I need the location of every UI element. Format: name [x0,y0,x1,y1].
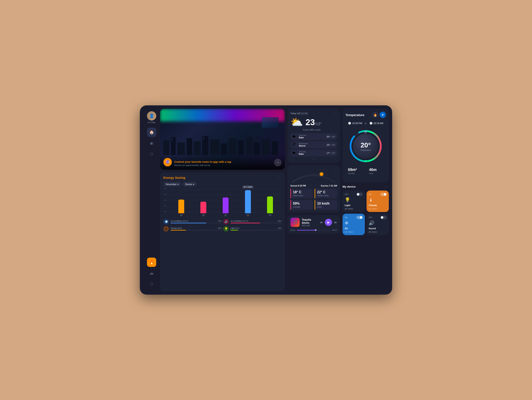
progress-fill [297,230,315,230]
device-filter[interactable]: Device [183,182,197,187]
forecast-temp-thursday: 17° / 13° [327,152,336,154]
city-skyline [160,134,285,155]
light-bar-fill [230,230,238,230]
light-pct: 15% [278,227,282,229]
weather-chevron[interactable]: ⌄ [290,157,337,160]
device-card-sound: OFF 🔊 Sound 4hr 02min [367,214,389,235]
light-device-name: Light [345,204,363,207]
device-grid: OFF 💡 Light 2hr 19min ON [342,190,389,235]
sound-toggle[interactable] [380,216,387,219]
svg-rect-4 [194,141,201,155]
flame-button[interactable]: 🔥 [372,112,378,118]
indoor-bar [290,189,291,198]
svg-rect-1 [171,137,176,155]
next-button[interactable]: ⏭ [334,221,337,224]
climate-bar-fill [171,230,186,230]
weather-date: Today (02.11.21) [290,112,308,115]
ac-toggle[interactable] [356,216,363,219]
weather-header: Today (02.11.21) ··· [290,112,337,115]
sidebar-item-landscape[interactable]: ⛰ [147,269,156,278]
sidebar-item-devices[interactable]: ◉ [147,139,156,148]
light-toggle[interactable] [356,193,363,196]
home-icon: 🏠 [149,130,154,135]
svg-rect-13 [272,141,278,155]
music-title: Tequila Shots [302,218,318,224]
bar-label-21: 21 [224,214,227,216]
hero-arrow-button[interactable]: → [274,159,282,166]
light-device-icon: 💡 [345,197,363,203]
ac1-pct: 70% [218,220,222,222]
middle-column: Today (02.11.21) ··· ⛅ 23/13° A sun with… [287,109,340,291]
sound-device-icon: 🔊 [369,220,387,226]
prev-button[interactable]: ⏮ [320,221,323,224]
svg-rect-8 [229,138,237,155]
music-progress: 02:16 04:17 [290,229,337,231]
ac2-bar-fill [230,223,260,223]
temperature-section: Temperature 🔥 ❄ 🕙 10:30 PM to 🕑 [342,109,389,182]
hero-subtitle: Discover our support benefits, with one … [174,164,272,166]
time-from-value: 10:30 PM [352,122,362,125]
sunset-time: Sunset 6:30 PM [290,185,306,187]
bar-19 [178,200,184,213]
snow-button[interactable]: ❄ [380,112,386,118]
bar-23 [267,197,273,213]
avatar-image: 👤 [147,111,156,121]
progress-bar[interactable] [297,230,331,230]
apps-icon: ⬡ [150,282,153,286]
sidebar-item-hexagon[interactable]: ⬡ [147,150,156,159]
sidebar-item-home[interactable]: 🏠 [147,128,156,137]
ac2-bar-bg [230,223,282,223]
svg-rect-10 [246,137,253,155]
temperature-header: Temperature 🔥 ❄ [345,112,386,118]
wind-val: 10 km/h [317,202,335,205]
svg-rect-0 [163,140,170,155]
forecast-info-wednesday: Wednesday Storm [299,143,325,147]
wind-bar [315,200,315,210]
left-column: 🔮 Control your favorite room in-app with… [160,109,285,291]
time-from: 🕙 10:30 PM [348,122,362,125]
bar-label-23: 23 [269,214,271,216]
hero-text-area: Control your favorite room in-app with a… [174,160,272,166]
scale-30: 30° [379,145,382,147]
sidebar-item-thermostat[interactable]: 🔥 [147,258,156,267]
circle-icon: ◉ [150,141,153,146]
forecast-day-wednesday: Wednesday [299,143,325,145]
climate-status: ON [369,193,372,195]
energy-menu[interactable]: ··· [278,176,282,179]
forecast-tomorrow: 🌧 Tomorrow Rain 20° / 18° [290,133,337,140]
month-filter[interactable]: November [163,182,181,187]
sound-device-name: Sound [369,227,387,230]
user-profile[interactable]: 👤 Mr.Vitaliy [147,111,156,123]
time-stat: 46m Time [367,165,386,177]
tablet-container: 👤 Mr.Vitaliy 🏠 ◉ ⬡ 🔥 ⛰ ⬡ [140,105,392,295]
light-device-time: 2hr 19min [345,208,363,210]
forecast-cond-wednesday: Storm [299,145,325,147]
fingerprint-icon: 🔮 [165,160,170,165]
svg-rect-7 [221,143,227,155]
fingerprint-button[interactable]: 🔮 [163,158,172,166]
outdoor-temp: 22° C Outdoor temp [315,189,337,198]
device-top-ac: ON [345,216,363,219]
device-top-light: OFF [345,193,363,196]
forecast-day-thursday: Thursday [299,151,325,153]
thermostat-dial[interactable]: /* ticks rendered below */ [349,129,382,163]
weather-menu[interactable]: ··· [333,112,337,115]
ac-device-time: 1hr 29min [345,231,363,233]
bar-chart: 50w 40w 30w 20w 10w 19 20 [170,189,282,216]
play-button[interactable]: ▶ [325,219,332,226]
energy-filters: November Device [163,182,282,187]
climate-info: Climate ($86) 30% [171,227,222,230]
climate-bar-bg [171,230,222,230]
climate-toggle[interactable] [380,193,387,196]
forecast-icon-thursday: 🌧 [292,151,297,155]
weather-icon-today: ⛅ [290,117,303,127]
my-device-menu[interactable]: ··· [385,185,389,188]
svg-rect-12 [262,139,270,155]
sidebar-item-apps[interactable]: ⬡ [147,279,156,289]
humidity-label: Humidity [293,206,311,208]
device-card-ac: ON ❄ AC 1hr 29min [342,214,365,235]
music-artist: Kid Cudi [302,224,318,227]
sidebar: 👤 Mr.Vitaliy 🏠 ◉ ⬡ 🔥 ⛰ ⬡ [143,109,160,291]
svg-rect-16 [203,137,204,138]
humidity-bar [290,200,291,210]
